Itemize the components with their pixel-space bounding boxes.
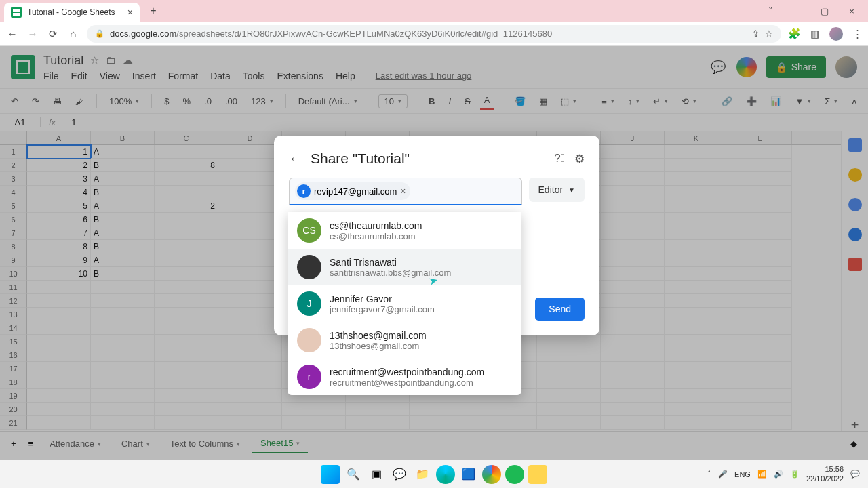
contact-name: cs@theaurumlab.com — [330, 220, 422, 231]
new-tab-button[interactable]: + — [145, 5, 161, 17]
contact-name: Santi Trisnawati — [330, 257, 451, 268]
reload-button[interactable]: ⟳ — [46, 28, 60, 40]
app-icon-2[interactable] — [528, 465, 547, 484]
home-button[interactable]: ⌂ — [66, 28, 80, 39]
contact-suggestion[interactable]: rrecruitment@westpointbandung.comrecruit… — [288, 359, 521, 395]
role-dropdown[interactable]: Editor ▼ — [529, 178, 585, 202]
kebab-menu-icon[interactable]: ⋮ — [852, 28, 863, 40]
volume-icon[interactable]: 🔊 — [774, 470, 783, 479]
chip-avatar: r — [297, 184, 311, 198]
contact-email: santitrisnawati.bbs@gmail.com — [330, 268, 451, 278]
contact-suggestion[interactable]: 13thshoes@gmail.com13thshoes@gmail.com — [288, 322, 521, 359]
url-input[interactable]: 🔒 docs.google.com/spreadsheets/d/1RO80rJ… — [87, 25, 781, 43]
contact-name: 13thshoes@gmail.com — [330, 330, 427, 341]
search-icon[interactable]: 🔍 — [344, 465, 363, 484]
back-button[interactable]: ← — [5, 28, 19, 39]
window-controls: ˅ — ▢ × — [764, 6, 864, 16]
wifi-icon[interactable]: 📶 — [757, 470, 767, 479]
contact-name: Jennifer Gavor — [330, 293, 435, 304]
mic-icon[interactable]: 🎤 — [718, 470, 728, 479]
contact-avatar: r — [297, 365, 321, 389]
spotify-icon[interactable] — [505, 465, 524, 484]
chrome-icon[interactable] — [482, 465, 501, 484]
tab-title: Tutorial - Google Sheets — [27, 7, 122, 17]
dialog-title: Share "Tutorial" — [311, 150, 545, 167]
task-view-icon[interactable]: ▣ — [367, 465, 386, 484]
contact-avatar — [297, 328, 321, 352]
send-button[interactable]: Send — [535, 298, 585, 321]
notifications-icon[interactable]: 💬 — [850, 470, 860, 479]
chevron-down-icon[interactable]: ˅ — [764, 6, 777, 16]
maximize-icon[interactable]: ▢ — [818, 6, 831, 16]
battery-icon[interactable]: 🔋 — [790, 470, 800, 479]
close-tab-icon[interactable]: × — [127, 7, 133, 18]
minimize-icon[interactable]: — — [791, 6, 804, 16]
edge-icon[interactable] — [436, 465, 455, 484]
profile-avatar[interactable] — [829, 27, 843, 41]
contact-avatar: CS — [297, 218, 321, 243]
close-window-icon[interactable]: × — [845, 6, 859, 16]
start-icon[interactable] — [321, 465, 340, 484]
url-text: docs.google.com/spreadsheets/d/1RO80rJXP… — [110, 28, 747, 39]
gear-icon[interactable]: ⚙ — [574, 152, 585, 166]
dialog-back-button[interactable]: ← — [289, 152, 301, 166]
tray-chevron-icon[interactable]: ˄ — [707, 470, 711, 479]
contact-suggestion[interactable]: JJennifer Gavorjennifergavor7@gmail.com — [288, 285, 521, 322]
browser-tab-strip: Tutorial - Google Sheets × + ˅ — ▢ × — [0, 0, 868, 22]
windows-taskbar: 🔍 ▣ 💬 📁 🟦 ˄ 🎤 ENG 📶 🔊 🔋 15:56 22/10/2022… — [0, 460, 868, 488]
chip-email: revip147@gmail.com — [314, 186, 397, 197]
bookmark-icon[interactable]: ☆ — [765, 28, 773, 39]
share-url-icon[interactable]: ⇪ — [752, 28, 760, 39]
contact-name: recruitment@westpointbandung.com — [330, 367, 484, 378]
language-indicator[interactable]: ENG — [734, 470, 751, 479]
address-bar: ← → ⟳ ⌂ 🔒 docs.google.com/spreadsheets/d… — [0, 22, 868, 46]
contact-email: recruitment@westpointbandung.com — [330, 378, 484, 388]
chat-icon[interactable]: 💬 — [390, 465, 409, 484]
contact-suggestion[interactable]: Santi Trisnawatisantitrisnawati.bbs@gmai… — [288, 249, 521, 285]
lock-icon: 🔒 — [95, 29, 104, 38]
browser-tab[interactable]: Tutorial - Google Sheets × — [4, 3, 140, 22]
contact-email: 13thshoes@gmail.com — [330, 341, 427, 351]
contact-avatar: J — [297, 291, 321, 316]
contact-suggestions: CScs@theaurumlab.comcs@theaurumlab.comSa… — [288, 212, 521, 395]
contact-email: jennifergavor7@gmail.com — [330, 304, 435, 314]
sidepanel-icon[interactable]: ▥ — [810, 28, 820, 40]
share-people-input[interactable]: r revip147@gmail.com × — [289, 178, 522, 205]
contact-suggestion[interactable]: CScs@theaurumlab.comcs@theaurumlab.com — [288, 212, 521, 249]
app-icon[interactable]: 🟦 — [459, 465, 478, 484]
extensions-icon[interactable]: 🧩 — [788, 28, 801, 40]
explorer-icon[interactable]: 📁 — [413, 465, 432, 484]
chevron-down-icon: ▼ — [568, 186, 575, 194]
contact-avatar — [297, 255, 321, 279]
chip-remove-icon[interactable]: × — [400, 186, 406, 197]
email-chip[interactable]: r revip147@gmail.com × — [295, 182, 410, 200]
sheets-favicon — [11, 7, 22, 18]
clock[interactable]: 15:56 22/10/2022 — [806, 465, 844, 483]
contact-email: cs@theaurumlab.com — [330, 231, 422, 241]
help-icon[interactable]: ?⃝ — [554, 152, 565, 166]
forward-button[interactable]: → — [26, 28, 39, 39]
